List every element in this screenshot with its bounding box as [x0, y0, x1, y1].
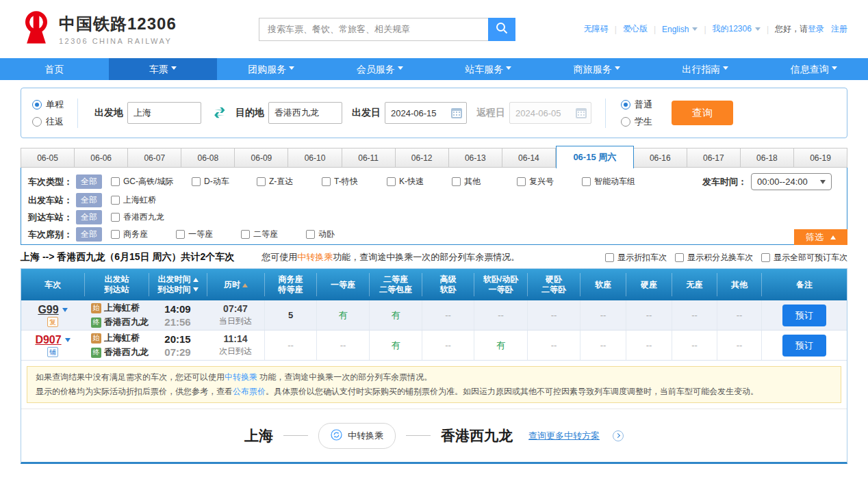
from-city-input[interactable] [127, 102, 201, 124]
return-date-label: 返程日 [476, 107, 505, 119]
nav-travel-guide[interactable]: 出行指南 [651, 58, 760, 80]
filter-type-t[interactable]: T-特快 [322, 176, 387, 187]
filter-collapse-button[interactable]: 筛选 [794, 229, 847, 245]
expand-caret-icon[interactable] [62, 308, 68, 315]
to-city-input[interactable] [268, 102, 342, 124]
transfer-tip-link[interactable]: 中转换乘 [297, 252, 333, 262]
date-tab[interactable]: 06-07 [128, 148, 181, 168]
train-number-link[interactable]: G99 [38, 304, 58, 316]
nav-member-services[interactable]: 会员服务 [326, 58, 435, 80]
site-logo[interactable]: 中国铁路12306 12306 CHINA RAILWAY [21, 10, 240, 49]
date-tab[interactable]: 06-06 [75, 148, 128, 168]
nav-tickets[interactable]: 车票 [109, 58, 218, 80]
filter-seat-second[interactable]: 二等座 [241, 229, 306, 240]
filter-type-other[interactable]: 其他 [452, 176, 517, 187]
col-times-sort[interactable]: 出发时间 到达时间 [149, 273, 207, 296]
more-transfer-link[interactable]: 查询更多中转方案 [528, 430, 600, 442]
col-duration-sort[interactable]: 历时 [207, 273, 264, 296]
round-trip-radio[interactable]: 往返 [32, 116, 64, 128]
greeting: 您好，请登录注册 [761, 23, 847, 35]
sort-asc-icon[interactable] [242, 281, 248, 287]
published-price-link[interactable]: 公布票价 [233, 387, 266, 396]
show-discount-checkbox[interactable]: 显示折扣车次 [605, 252, 667, 263]
depart-time-select[interactable]: 00:00--24:00 [751, 173, 832, 190]
seat-none: -- [672, 331, 717, 360]
nav-group-services[interactable]: 团购服务 [217, 58, 326, 80]
radio-icon [621, 117, 630, 127]
date-tab[interactable]: 06-10 [288, 148, 342, 168]
col-soft-seat: 软座 [580, 273, 626, 296]
student-passenger-radio[interactable]: 学生 [621, 116, 652, 128]
login-link[interactable]: 登录 [808, 23, 824, 35]
show-points-checkbox[interactable]: 显示积分兑换车次 [675, 252, 753, 263]
route-summary: 上海 --> 香港西九龙（6月15日 周六）共计2个车次 [21, 251, 234, 263]
filter-to-station[interactable]: 香港西九龙 [111, 211, 176, 223]
date-tab[interactable]: 06-05 [21, 148, 75, 168]
fuxing-tag: 复 [47, 317, 58, 327]
filter-seat-sleeper[interactable]: 动卧 [306, 229, 371, 240]
care-version-link[interactable]: 爱心版 [609, 23, 648, 35]
date-tab[interactable]: 06-11 [342, 148, 396, 168]
filter-seat-business[interactable]: 商务座 [111, 229, 176, 240]
chevron-down-icon [723, 66, 728, 73]
all-from-stations-badge[interactable]: 全部 [76, 193, 102, 207]
all-to-stations-badge[interactable]: 全部 [76, 210, 102, 224]
date-tab[interactable]: 06-19 [794, 148, 847, 168]
date-tab[interactable]: 06-08 [181, 148, 235, 168]
filter-type-d[interactable]: D-动车 [192, 176, 257, 187]
checkbox-icon [257, 177, 266, 186]
radio-icon [32, 117, 42, 127]
date-tab[interactable]: 06-18 [741, 148, 794, 168]
filter-type-fuxing[interactable]: 复兴号 [517, 176, 582, 187]
search-button[interactable] [488, 18, 515, 41]
seat-hard: -- [626, 300, 672, 330]
chevron-right-circle-icon[interactable] [613, 430, 624, 441]
one-way-radio[interactable]: 单程 [32, 99, 64, 111]
nav-business-travel[interactable]: 商旅服务 [543, 58, 652, 80]
sort-asc-icon[interactable] [193, 275, 199, 282]
expand-caret-icon[interactable] [65, 338, 71, 345]
accessibility-link[interactable]: 无障碍 [584, 23, 609, 35]
calendar-icon[interactable] [450, 107, 463, 122]
from-station-label: 出发车站： [28, 194, 76, 207]
query-button[interactable]: 查询 [672, 101, 733, 125]
swap-cities-icon[interactable] [212, 107, 227, 119]
checkbox-icon [517, 177, 526, 186]
all-seat-classes-badge[interactable]: 全部 [76, 227, 102, 242]
filter-type-k[interactable]: K-快速 [387, 176, 452, 187]
chevron-down-icon [289, 66, 294, 73]
filter-type-z[interactable]: Z-直达 [257, 176, 322, 187]
search-input[interactable] [259, 18, 488, 41]
search-icon [496, 22, 508, 36]
depart-time: 20:15 [149, 333, 207, 345]
date-tab[interactable]: 06-12 [396, 148, 449, 168]
date-tab[interactable]: 06-17 [687, 148, 741, 168]
date-tab[interactable]: 06-14 [502, 148, 556, 168]
filter-from-station[interactable]: 上海虹桥 [111, 194, 176, 206]
show-all-bookable-checkbox[interactable]: 显示全部可预订车次 [761, 252, 847, 263]
train-number-link[interactable]: D907 [35, 334, 61, 346]
register-link[interactable]: 注册 [831, 23, 847, 35]
seat-soft-sleeper: 有 [474, 331, 527, 360]
arrive-time: 07:29 [149, 346, 207, 358]
nav-info-query[interactable]: 信息查询 [760, 58, 868, 80]
transfer-pill-button[interactable]: 中转换乘 [318, 423, 396, 449]
book-button[interactable]: 预订 [782, 335, 826, 357]
sort-desc-icon[interactable] [193, 287, 199, 294]
nav-station-services[interactable]: 站车服务 [434, 58, 543, 80]
transfer-link[interactable]: 中转换乘 [225, 372, 257, 382]
date-tab-active[interactable]: 06-15 周六 [556, 146, 634, 168]
all-types-badge[interactable]: 全部 [76, 174, 102, 189]
book-button[interactable]: 预订 [782, 305, 826, 326]
filter-type-smart[interactable]: 智能动车组 [582, 176, 663, 187]
date-tab[interactable]: 06-09 [235, 148, 288, 168]
date-tab[interactable]: 06-16 [634, 148, 687, 168]
normal-passenger-radio[interactable]: 普通 [621, 99, 652, 111]
checkbox-icon [241, 230, 250, 239]
nav-home[interactable]: 首页 [0, 58, 109, 80]
my12306-menu[interactable]: 我的12306 [698, 23, 761, 35]
filter-seat-first[interactable]: 一等座 [176, 229, 241, 240]
date-tab[interactable]: 06-13 [449, 148, 502, 168]
language-menu[interactable]: English [648, 25, 698, 34]
filter-type-gc[interactable]: GC-高铁/城际 [111, 176, 192, 187]
